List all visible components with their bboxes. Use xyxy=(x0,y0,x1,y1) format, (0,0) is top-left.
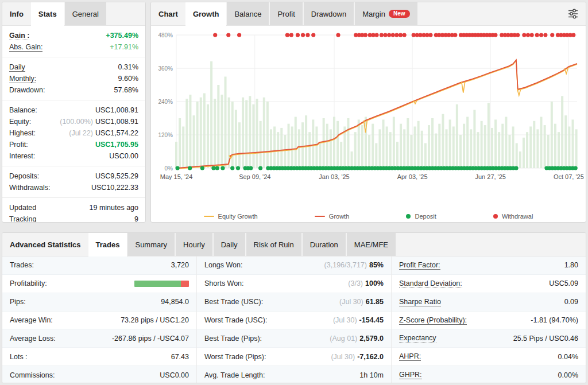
stat-value-context: (Jul 22) xyxy=(69,129,93,137)
tab-advanced-statistics[interactable]: Advanced Statistics xyxy=(2,233,88,256)
withdrawal-dot xyxy=(530,33,534,37)
stat-label: Average Loss: xyxy=(10,335,56,343)
volume-bar xyxy=(431,118,434,168)
stat-label: Equity: xyxy=(9,118,31,126)
legend-item-withdrawal[interactable]: Withdrawal xyxy=(493,213,533,220)
volume-bar xyxy=(249,96,251,168)
volume-bar xyxy=(217,85,219,168)
volume-bar xyxy=(291,127,293,169)
tab-margin[interactable]: MarginNew xyxy=(355,2,417,25)
volume-bar xyxy=(466,117,469,168)
tab-growth[interactable]: Growth xyxy=(185,2,227,26)
withdrawal-dot xyxy=(493,33,497,37)
withdrawal-dot xyxy=(285,33,289,37)
tab-drawdown[interactable]: Drawdown xyxy=(304,2,354,25)
volume-bar xyxy=(203,94,206,169)
tab-daily[interactable]: Daily xyxy=(214,233,245,256)
stat-value: 67.43 xyxy=(171,353,189,361)
tab-duration[interactable]: Duration xyxy=(303,233,346,256)
tab-info[interactable]: Info xyxy=(2,2,31,25)
volume-bar xyxy=(449,119,451,168)
stat-value-number: 0.04% xyxy=(558,353,578,361)
volume-bar xyxy=(263,98,265,168)
volume-bar xyxy=(544,125,546,168)
stat-value-number: USC0.00 xyxy=(109,152,138,160)
stat-row-ghpr: GHPR:0.00% xyxy=(392,366,586,383)
stat-value-number: 61.85 xyxy=(366,298,384,306)
volume-bar xyxy=(273,127,276,169)
legend-item-growth[interactable]: Growth xyxy=(315,213,349,220)
legend-label: Withdrawal xyxy=(502,213,533,220)
stat-row-lots: Lots :67.43 xyxy=(2,348,196,366)
stat-label[interactable]: Z-Score (Probability): xyxy=(399,316,467,325)
stat-value-number: 57.68% xyxy=(114,86,138,94)
stat-label[interactable]: Standard Deviation: xyxy=(399,279,462,288)
stat-label[interactable]: Gain : xyxy=(9,32,29,40)
stat-value-number: 19 minutes ago xyxy=(90,204,138,212)
tab-balance[interactable]: Balance xyxy=(227,2,269,25)
volume-bar xyxy=(435,134,437,168)
statistics-column: Longs Won:(3,196/3,717)85%Shorts Won:(3/… xyxy=(197,256,392,383)
volume-bar xyxy=(372,124,374,168)
myfxbook-stats-page: InfoStatsGeneral Gain :+375.49%Abs. Gain… xyxy=(0,0,588,385)
stat-label[interactable]: Sharpe Ratio xyxy=(399,298,441,306)
stat-value-number: 1.80 xyxy=(564,261,578,269)
tab-label: Duration xyxy=(310,240,338,249)
stat-label[interactable]: AHPR: xyxy=(399,352,421,361)
tab-risk-of-ruin[interactable]: Risk of Ruin xyxy=(246,233,301,256)
growth-chart-panel: ChartGrowthBalanceProfitDrawdownMarginNe… xyxy=(150,2,586,223)
volume-bar xyxy=(266,102,269,168)
tab-trades[interactable]: Trades xyxy=(88,233,127,256)
tab-profit[interactable]: Profit xyxy=(270,2,302,25)
stat-value: (Jul 30)-7,162.0 xyxy=(331,353,384,361)
volume-bar xyxy=(407,118,409,168)
tab-summary[interactable]: Summary xyxy=(127,233,175,256)
volume-bar xyxy=(315,127,318,169)
tab-stats[interactable]: Stats xyxy=(31,2,64,26)
volume-bar xyxy=(220,95,223,168)
volume-bar xyxy=(519,151,521,168)
stat-label: Balance: xyxy=(9,106,37,114)
stat-value: 0.04% xyxy=(558,353,578,361)
tab-general[interactable]: General xyxy=(65,2,106,25)
growth-chart-canvas[interactable]: 0%120%240%360%480%May 15, '24Sep 09, '24… xyxy=(152,27,586,206)
withdrawal-dot xyxy=(403,33,407,37)
volume-bar xyxy=(305,115,307,168)
stat-label[interactable]: Daily xyxy=(9,63,25,72)
volume-bar xyxy=(361,125,363,168)
tab-label: MAE/MFE xyxy=(354,240,388,249)
volume-bar xyxy=(207,104,209,168)
stats-section: Daily0.31%Monthly:9.60%Drawdown:57.68% xyxy=(2,57,145,100)
stat-label: Interest: xyxy=(9,152,35,160)
stat-label[interactable]: Expectancy xyxy=(399,334,436,343)
volume-bar xyxy=(403,129,405,168)
stat-value: USC0.00 xyxy=(109,152,138,160)
chart-settings-sliders-icon[interactable] xyxy=(560,2,586,25)
withdrawal-dot xyxy=(394,33,399,37)
y-axis-tick-label: 240% xyxy=(158,99,173,105)
chart-panel-tabs: ChartGrowthBalanceProfitDrawdownMarginNe… xyxy=(151,2,586,26)
stat-label[interactable]: GHPR: xyxy=(399,371,422,379)
stat-label[interactable]: Monthly: xyxy=(9,75,36,83)
stat-value: (Jul 30)61.85 xyxy=(339,298,384,306)
volume-bar xyxy=(571,119,574,168)
legend-item-deposit[interactable]: Deposit xyxy=(406,213,436,220)
stat-row-best-trade-pips: Best Trade (Pips):(Aug 01)2,579.0 xyxy=(197,329,391,348)
volume-bar xyxy=(189,95,191,168)
tab-hourly[interactable]: Hourly xyxy=(176,233,212,256)
volume-bar xyxy=(463,124,465,168)
stat-row-withdrawals: Withdrawals:USC10,222.33 xyxy=(9,182,138,193)
legend-item-equity-growth[interactable]: Equity Growth xyxy=(204,213,258,220)
stat-label[interactable]: Abs. Gain: xyxy=(9,43,42,52)
volume-bar xyxy=(301,122,304,168)
x-axis-tick-label: Sep 09, '24 xyxy=(239,173,270,180)
tab-label: Trades xyxy=(96,240,120,249)
tab-chart[interactable]: Chart xyxy=(151,2,185,25)
advanced-statistics-tabs: Advanced StatisticsTradesSummaryHourlyDa… xyxy=(2,233,586,256)
withdrawal-dot xyxy=(516,33,520,37)
tab-mae-mfe[interactable]: MAE/MFE xyxy=(347,233,396,256)
volume-bar xyxy=(200,98,202,168)
stat-label[interactable]: Profit Factor: xyxy=(399,261,440,270)
stat-value-number: 2,579.0 xyxy=(359,335,384,343)
tab-label: Profit xyxy=(277,10,295,18)
